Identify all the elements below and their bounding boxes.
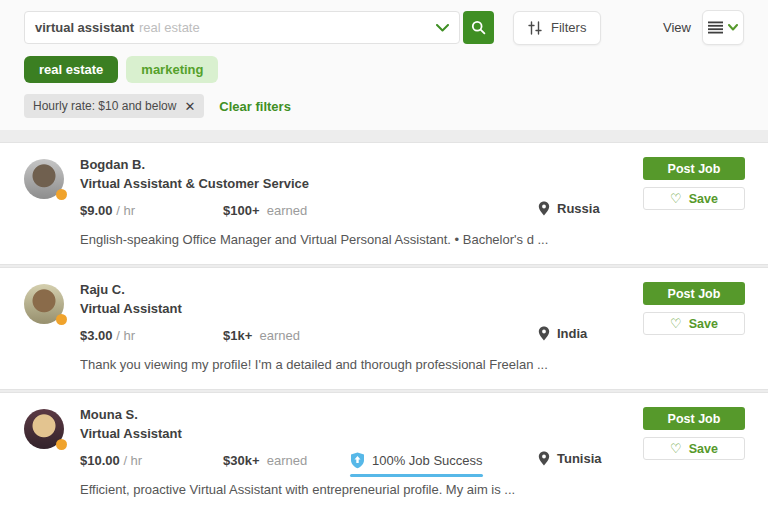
search-header: virtual assistant real estate <box>0 0 768 130</box>
heart-icon: ♡ <box>670 441 682 456</box>
post-job-button[interactable]: Post Job <box>643 157 745 180</box>
location-pin-icon <box>538 326 550 341</box>
location: Tunisia <box>538 451 602 466</box>
location-name: Russia <box>557 201 600 216</box>
avatar[interactable] <box>24 159 64 199</box>
avatar[interactable] <box>24 284 64 324</box>
total-earned: $30k+ earned <box>223 453 350 468</box>
location-name: Tunisia <box>557 451 602 466</box>
save-button-label: Save <box>689 192 718 206</box>
list-view-icon <box>708 21 723 34</box>
save-button[interactable]: ♡Save <box>643 437 745 460</box>
tags-row: real estate marketing <box>24 56 744 83</box>
active-filters-row: Hourly rate: $10 and below ✕ Clear filte… <box>24 94 744 118</box>
card-main: Mouna S. Virtual Assistant $10.00 / hr $… <box>80 407 631 509</box>
heart-icon: ♡ <box>670 316 682 331</box>
freelancer-description: Efficient, proactive Virtual Assistant w… <box>80 482 631 497</box>
tag-real-estate[interactable]: real estate <box>24 56 118 83</box>
freelancer-title: Virtual Assistant & Customer Service <box>80 176 631 191</box>
save-button-label: Save <box>689 317 718 331</box>
sliders-icon <box>528 21 542 35</box>
card-main: Raju C. Virtual Assistant $3.00 / hr $1k… <box>80 282 631 389</box>
freelancer-name[interactable]: Bogdan B. <box>80 157 631 172</box>
search-query-text: virtual assistant <box>35 20 134 35</box>
view-label: View <box>663 20 691 35</box>
freelancer-description: English-speaking Office Manager and Virt… <box>80 232 631 264</box>
status-dot <box>56 189 67 200</box>
job-success-label: 100% Job Success <box>372 453 483 468</box>
view-control: View <box>663 10 744 45</box>
card-actions: Post Job ♡Save <box>643 407 745 509</box>
clear-filters-link[interactable]: Clear filters <box>219 99 291 114</box>
filters-button-label: Filters <box>551 20 586 35</box>
freelancer-title: Virtual Assistant <box>80 426 631 441</box>
save-button[interactable]: ♡Save <box>643 187 745 210</box>
location: Russia <box>538 201 600 216</box>
job-success-badge: 100% Job Success <box>350 452 483 469</box>
freelancer-title: Virtual Assistant <box>80 301 631 316</box>
status-dot <box>56 439 67 450</box>
hourly-rate: $10.00 / hr <box>80 453 223 468</box>
search-input[interactable]: virtual assistant real estate <box>24 11 460 44</box>
save-button-label: Save <box>689 442 718 456</box>
chevron-down-icon <box>728 24 738 31</box>
total-earned: $100+ earned <box>223 203 350 218</box>
hourly-rate: $3.00 / hr <box>80 328 223 343</box>
total-earned: $1k+ earned <box>223 328 350 343</box>
tag-marketing[interactable]: marketing <box>126 56 218 83</box>
card-actions: Post Job ♡Save <box>643 282 745 389</box>
stats-row: $10.00 / hr $30k+ earned 100% Job Succes… <box>80 451 631 469</box>
freelancer-card: Mouna S. Virtual Assistant $10.00 / hr $… <box>0 392 768 509</box>
search-icon <box>471 20 486 35</box>
status-dot <box>56 314 67 325</box>
freelancer-name[interactable]: Mouna S. <box>80 407 631 422</box>
location: India <box>538 326 587 341</box>
filter-chip-label: Hourly rate: $10 and below <box>33 99 176 113</box>
chevron-down-icon[interactable] <box>436 24 449 32</box>
post-job-button[interactable]: Post Job <box>643 407 745 430</box>
filter-chip-hourly-rate: Hourly rate: $10 and below ✕ <box>24 94 204 118</box>
post-job-button[interactable]: Post Job <box>643 282 745 305</box>
location-pin-icon <box>538 201 550 216</box>
job-success-bar <box>350 474 483 477</box>
freelancer-search-page: virtual assistant real estate <box>0 0 768 509</box>
avatar[interactable] <box>24 409 64 449</box>
freelancer-description: Thank you viewing my profile! I'm a deta… <box>80 357 631 389</box>
freelancer-name[interactable]: Raju C. <box>80 282 631 297</box>
freelancer-card: Bogdan B. Virtual Assistant & Customer S… <box>0 142 768 265</box>
search-button[interactable] <box>463 11 494 44</box>
close-icon[interactable]: ✕ <box>184 100 195 113</box>
view-selector[interactable] <box>702 10 744 45</box>
save-button[interactable]: ♡Save <box>643 312 745 335</box>
location-pin-icon <box>538 451 550 466</box>
stats-row: $3.00 / hr $1k+ earned India <box>80 326 631 344</box>
search-suggestion-text: real estate <box>139 20 200 35</box>
search-row: virtual assistant real estate <box>24 10 744 45</box>
location-name: India <box>557 326 587 341</box>
card-main: Bogdan B. Virtual Assistant & Customer S… <box>80 157 631 264</box>
stats-row: $9.00 / hr $100+ earned Russia <box>80 201 631 219</box>
filters-button[interactable]: Filters <box>513 11 601 45</box>
hourly-rate: $9.00 / hr <box>80 203 223 218</box>
heart-icon: ♡ <box>670 191 682 206</box>
card-actions: Post Job ♡Save <box>643 157 745 264</box>
shield-icon <box>350 452 365 469</box>
freelancer-card: Raju C. Virtual Assistant $3.00 / hr $1k… <box>0 267 768 390</box>
